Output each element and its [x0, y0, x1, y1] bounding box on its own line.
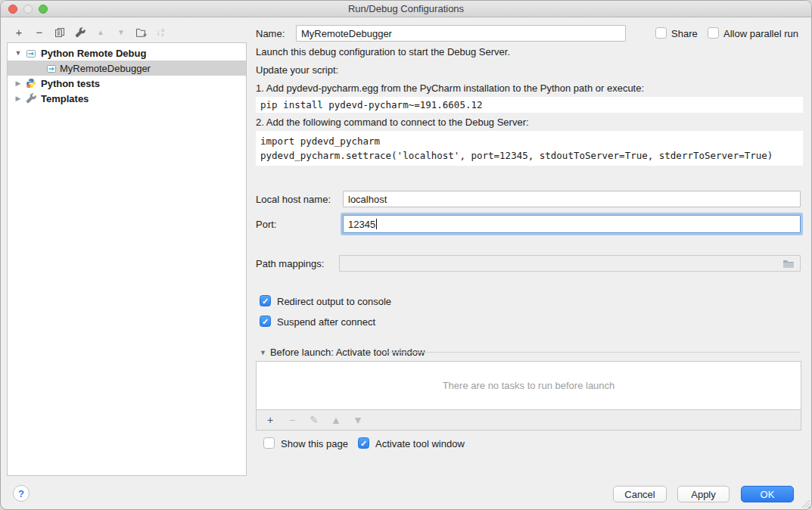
path-mappings-input[interactable]	[339, 255, 801, 272]
expander-down-icon[interactable]: ▼	[14, 49, 23, 57]
remove-configuration-icon[interactable]: −	[33, 26, 45, 39]
before-launch-toolbar: + − ✎ ▲ ▼	[256, 409, 801, 431]
description-line-2: Update your script:	[256, 64, 338, 76]
tree-item-myremotedebugger[interactable]: MyRemoteDebugger	[8, 61, 246, 76]
remove-task-icon: −	[286, 414, 298, 426]
step-2-text: 2. Add the following command to connect …	[256, 117, 529, 128]
titlebar[interactable]: Run/Debug Configurations	[1, 1, 811, 17]
configurations-tree: ▼ Python Remote Debug MyRemoteDebugger	[7, 42, 247, 476]
expander-right-icon[interactable]: ▶	[14, 95, 23, 102]
allow-parallel-run-checkbox[interactable]: ✓	[708, 27, 719, 39]
tree-item-python-remote-debug[interactable]: ▼ Python Remote Debug	[8, 45, 246, 61]
redirect-output-checkbox[interactable]: ✓	[260, 295, 271, 306]
templates-wrench-icon	[26, 93, 38, 104]
new-folder-icon[interactable]	[135, 26, 148, 39]
settrace-code-block: import pydevd_pycharm pydevd_pycharm.set…	[256, 131, 803, 166]
zoom-window-button[interactable]	[39, 5, 48, 14]
collapse-section-icon[interactable]: ▼	[260, 349, 266, 356]
show-this-page-label[interactable]: Show this page	[281, 438, 348, 449]
tree-item-label: Python tests	[41, 78, 100, 89]
name-input[interactable]: MyRemoteDebugger	[296, 25, 626, 42]
remote-debug-config-icon	[26, 48, 38, 58]
minimize-window-button	[23, 5, 33, 14]
traffic-lights	[8, 5, 48, 14]
ok-button[interactable]: OK	[741, 486, 794, 502]
run-debug-configurations-dialog: Run/Debug Configurations + − ▲ ▼ ↓ az	[0, 0, 812, 510]
copy-configuration-icon[interactable]	[54, 26, 66, 39]
move-up-icon: ▲	[95, 26, 107, 39]
python-tests-icon	[26, 78, 38, 89]
name-label: Name:	[256, 28, 285, 39]
help-button[interactable]: ?	[13, 485, 30, 502]
share-label[interactable]: Share	[671, 28, 698, 39]
tree-item-templates[interactable]: ▶ Templates	[8, 91, 246, 106]
step-1-text: 1. Add pydevd-pycharm.egg from the PyCha…	[256, 82, 644, 94]
section-divider	[384, 352, 801, 353]
apply-button[interactable]: Apply	[677, 486, 730, 502]
port-input[interactable]: 12345	[343, 215, 801, 233]
local-host-name-input[interactable]: localhost	[343, 191, 801, 207]
show-this-page-checkbox[interactable]: ✓	[263, 437, 275, 449]
add-configuration-icon[interactable]: +	[13, 26, 25, 39]
configurations-toolbar: + − ▲ ▼ ↓ az	[13, 25, 164, 40]
edit-templates-icon[interactable]	[74, 26, 86, 39]
tree-item-label: Templates	[41, 93, 89, 104]
tree-item-label: MyRemoteDebugger	[60, 63, 151, 74]
description-line-1: Launch this debug configuration to start…	[256, 46, 510, 58]
edit-task-icon: ✎	[308, 414, 320, 426]
local-host-name-label: Local host name:	[256, 194, 331, 205]
move-down-icon: ▼	[115, 26, 127, 39]
move-task-up-icon: ▲	[330, 414, 342, 426]
suspend-after-connect-checkbox[interactable]: ✓	[260, 316, 271, 327]
empty-task-list-text: There are no tasks to run before launch	[443, 380, 615, 391]
close-window-button[interactable]	[8, 5, 17, 14]
redirect-output-label[interactable]: Redirect output to console	[277, 296, 391, 307]
browse-folder-icon[interactable]	[782, 259, 795, 271]
cancel-button[interactable]: Cancel	[613, 486, 667, 502]
suspend-after-connect-label[interactable]: Suspend after connect	[277, 316, 375, 328]
allow-parallel-run-label[interactable]: Allow parallel run	[723, 28, 798, 39]
activate-tool-window-label[interactable]: Activate tool window	[375, 438, 465, 449]
tree-item-python-tests[interactable]: ▶ Python tests	[8, 76, 246, 91]
sort-configurations-icon: ↓ az	[156, 27, 164, 38]
window-title: Run/Debug Configurations	[348, 3, 464, 14]
before-launch-task-list[interactable]: There are no tasks to run before launch	[256, 361, 801, 410]
resize-grip[interactable]	[801, 499, 810, 508]
path-mappings-label: Path mappings:	[256, 258, 324, 269]
activate-tool-window-checkbox[interactable]: ✓	[358, 437, 369, 449]
text-caret	[376, 219, 377, 229]
remote-debug-config-icon	[46, 63, 58, 73]
expander-right-icon[interactable]: ▶	[14, 79, 23, 87]
tree-item-label: Python Remote Debug	[41, 48, 146, 59]
add-task-icon[interactable]: +	[264, 414, 276, 426]
move-task-down-icon: ▼	[352, 414, 364, 426]
port-label: Port:	[256, 219, 276, 230]
share-checkbox[interactable]: ✓	[655, 27, 667, 39]
pip-install-code-block: pip install pydevd-pycharm~=191.6605.12	[256, 97, 803, 113]
